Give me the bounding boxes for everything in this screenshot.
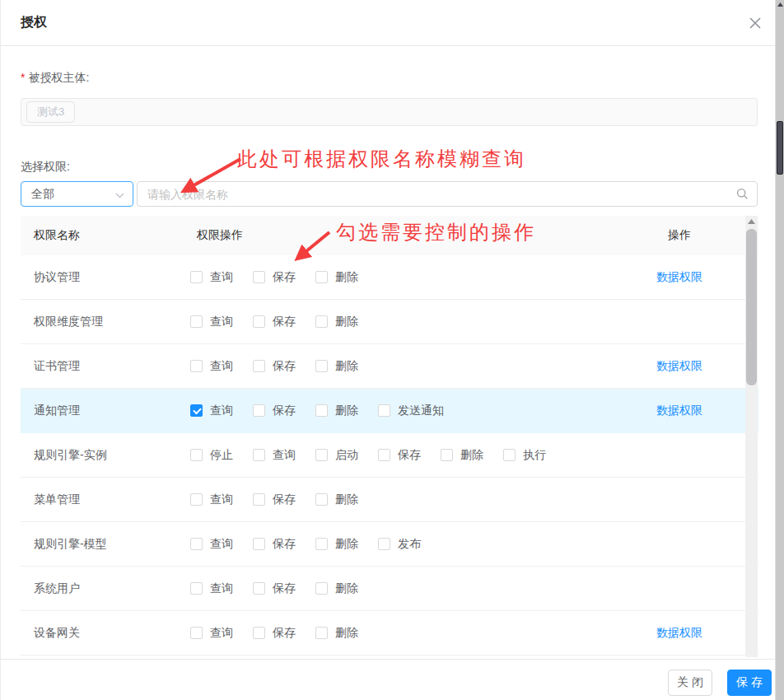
close-button[interactable]: 关 闭 [668, 670, 712, 696]
action-checkbox-item[interactable]: 保存 [253, 404, 296, 418]
checkbox-unchecked[interactable] [253, 538, 265, 550]
action-checkbox-item[interactable]: 查询 [190, 581, 233, 596]
checkbox-unchecked[interactable] [315, 582, 328, 595]
close-icon[interactable] [748, 16, 763, 30]
action-checkbox-item[interactable]: 发送通知 [378, 404, 444, 418]
action-checkbox-item[interactable]: 保存 [378, 448, 421, 463]
checkbox-unchecked[interactable] [190, 538, 203, 550]
page-scrollbar[interactable] [775, 0, 784, 700]
action-checkbox-item[interactable]: 执行 [503, 448, 546, 463]
action-checkbox-item[interactable]: 保存 [253, 315, 296, 329]
header-permission-name: 权限名称 [21, 228, 190, 243]
table-scrollbar-thumb[interactable] [746, 229, 757, 385]
checkbox-unchecked[interactable] [503, 449, 516, 461]
action-label: 发布 [398, 537, 421, 552]
permission-name: 证书管理 [21, 359, 190, 374]
checkbox-unchecked[interactable] [253, 360, 265, 372]
checkbox-unchecked[interactable] [190, 271, 203, 283]
checkbox-unchecked[interactable] [315, 271, 328, 283]
action-label: 删除 [335, 537, 358, 552]
permission-actions-cell: 停止查询启动保存删除执行 [190, 448, 618, 463]
action-checkbox-item[interactable]: 删除 [315, 581, 358, 596]
permission-name: 协议管理 [21, 270, 190, 285]
checkbox-unchecked[interactable] [378, 404, 390, 417]
action-checkbox-item[interactable]: 保存 [253, 270, 296, 285]
table-row: 协议管理查询保存删除数据权限 [21, 255, 758, 300]
action-checkbox-item[interactable]: 删除 [315, 626, 358, 641]
checkbox-unchecked[interactable] [253, 404, 265, 417]
action-checkbox-item[interactable]: 查询 [190, 626, 233, 641]
action-checkbox-item[interactable]: 删除 [441, 448, 483, 463]
search-icon[interactable] [736, 188, 749, 203]
checkbox-unchecked[interactable] [253, 582, 265, 595]
checkbox-unchecked[interactable] [315, 449, 328, 461]
checkbox-unchecked[interactable] [190, 315, 203, 328]
action-checkbox-item[interactable]: 查询 [190, 270, 233, 285]
action-checkbox-item[interactable]: 查询 [190, 492, 233, 507]
action-checkbox-item[interactable]: 查询 [190, 537, 233, 552]
permission-search-input[interactable] [137, 181, 758, 207]
action-label: 保存 [273, 626, 296, 641]
checkbox-unchecked[interactable] [315, 627, 328, 639]
action-checkbox-item[interactable]: 删除 [315, 537, 358, 552]
checkbox-unchecked[interactable] [378, 538, 390, 550]
checkbox-unchecked[interactable] [190, 360, 203, 372]
checkbox-unchecked[interactable] [253, 493, 265, 506]
checkbox-unchecked[interactable] [441, 449, 453, 461]
checkbox-unchecked[interactable] [253, 627, 265, 639]
checkbox-unchecked[interactable] [315, 360, 328, 372]
table-scrollbar[interactable] [745, 216, 758, 657]
action-checkbox-item[interactable]: 删除 [315, 315, 358, 329]
action-label: 保存 [273, 492, 296, 507]
permission-type-select[interactable]: 全部 [21, 181, 133, 207]
modal-header: 授权 [1, 0, 776, 46]
action-label: 查询 [210, 626, 233, 641]
scroll-up-arrow-icon[interactable] [745, 217, 758, 226]
action-checkbox-item[interactable]: 查询 [190, 359, 233, 374]
checkbox-unchecked[interactable] [190, 582, 203, 595]
checkbox-checked[interactable] [190, 404, 203, 417]
permission-actions-cell: 查询保存删除 [190, 359, 618, 374]
action-checkbox-item[interactable]: 保存 [253, 359, 296, 374]
checkbox-unchecked[interactable] [190, 493, 203, 506]
action-checkbox-item[interactable]: 删除 [315, 270, 358, 285]
action-label: 查询 [210, 404, 233, 418]
action-checkbox-item[interactable]: 启动 [315, 448, 358, 463]
subject-tag: 测试3 [26, 101, 75, 123]
table-row: 规则引擎-模型查询保存删除发布 [21, 522, 758, 567]
page-scrollbar-thumb[interactable] [777, 121, 783, 175]
row-action-cell: 数据权限 [618, 270, 758, 285]
data-permission-link[interactable]: 数据权限 [656, 626, 702, 639]
checkbox-unchecked[interactable] [315, 315, 328, 328]
action-checkbox-item[interactable]: 删除 [315, 359, 358, 374]
action-checkbox-item[interactable]: 查询 [190, 315, 233, 329]
table-row: 菜单管理查询保存删除 [21, 478, 758, 522]
action-label: 删除 [335, 492, 358, 507]
permission-name: 通知管理 [21, 404, 190, 418]
action-checkbox-item[interactable]: 删除 [315, 404, 358, 418]
checkbox-unchecked[interactable] [253, 315, 265, 328]
page-scroll-up-arrow-icon[interactable] [777, 1, 784, 8]
action-checkbox-item[interactable]: 删除 [315, 492, 358, 507]
data-permission-link[interactable]: 数据权限 [656, 270, 702, 283]
checkbox-unchecked[interactable] [253, 449, 265, 461]
checkbox-unchecked[interactable] [315, 538, 328, 550]
action-checkbox-item[interactable]: 查询 [190, 404, 233, 418]
action-checkbox-item[interactable]: 保存 [253, 581, 296, 596]
action-checkbox-item[interactable]: 保存 [253, 537, 296, 552]
data-permission-link[interactable]: 数据权限 [656, 404, 702, 417]
checkbox-unchecked[interactable] [253, 271, 265, 283]
action-checkbox-item[interactable]: 发布 [378, 537, 421, 552]
checkbox-unchecked[interactable] [315, 493, 328, 506]
action-checkbox-item[interactable]: 停止 [190, 448, 233, 463]
action-checkbox-item[interactable]: 查询 [253, 448, 296, 463]
action-checkbox-item[interactable]: 保存 [253, 492, 296, 507]
permission-field-label: 选择权限: [21, 160, 70, 175]
checkbox-unchecked[interactable] [378, 449, 390, 461]
checkbox-unchecked[interactable] [190, 449, 203, 461]
data-permission-link[interactable]: 数据权限 [656, 359, 702, 372]
checkbox-unchecked[interactable] [315, 404, 328, 417]
save-button[interactable]: 保 存 [727, 670, 772, 696]
checkbox-unchecked[interactable] [190, 627, 203, 639]
action-checkbox-item[interactable]: 保存 [253, 626, 296, 641]
